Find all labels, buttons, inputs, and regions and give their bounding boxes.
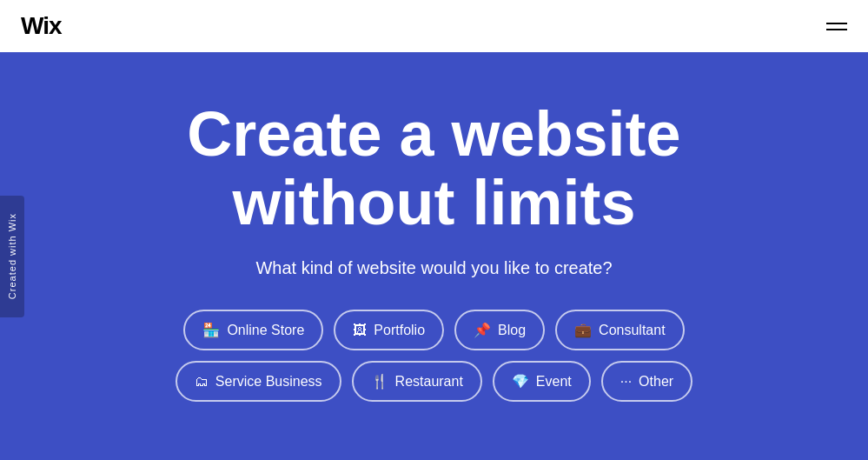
- portfolio-icon: 🖼: [353, 323, 367, 338]
- hamburger-menu-button[interactable]: [826, 23, 847, 30]
- event-label: Event: [536, 374, 572, 390]
- other-button[interactable]: ··· Other: [601, 361, 692, 402]
- wix-logo: Wix: [21, 12, 62, 40]
- other-icon: ···: [620, 374, 632, 390]
- other-label: Other: [639, 374, 673, 390]
- created-with-wix-label: Created with Wix: [7, 213, 17, 299]
- service-business-icon: 🗂: [195, 374, 209, 390]
- restaurant-icon: 🍴: [371, 373, 388, 390]
- hero-title: Create a website without limits: [87, 100, 782, 237]
- online-store-icon: 🏪: [202, 322, 220, 338]
- consultant-label: Consultant: [599, 323, 666, 338]
- online-store-label: Online Store: [227, 323, 304, 338]
- service-business-button[interactable]: 🗂 Service Business: [176, 361, 341, 402]
- hero-section: Created with Wix Create a website withou…: [0, 52, 868, 460]
- event-button[interactable]: 💎 Event: [493, 361, 591, 402]
- online-store-button[interactable]: 🏪 Online Store: [183, 310, 323, 350]
- portfolio-button[interactable]: 🖼 Portfolio: [334, 310, 444, 350]
- portfolio-label: Portfolio: [374, 323, 425, 338]
- menu-line-1: [826, 23, 847, 24]
- consultant-button[interactable]: 💼 Consultant: [555, 310, 685, 350]
- blog-label: Blog: [498, 323, 526, 338]
- service-business-label: Service Business: [215, 374, 322, 390]
- side-label-container: Created with Wix: [0, 196, 24, 317]
- restaurant-label: Restaurant: [395, 374, 463, 390]
- blog-icon: 📌: [474, 322, 491, 338]
- category-buttons-row1: 🏪 Online Store 🖼 Portfolio 📌 Blog 💼 Cons…: [183, 310, 684, 350]
- blog-button[interactable]: 📌 Blog: [454, 310, 545, 350]
- menu-line-2: [826, 29, 847, 30]
- category-buttons-row2: 🗂 Service Business 🍴 Restaurant 💎 Event …: [176, 361, 692, 402]
- restaurant-button[interactable]: 🍴 Restaurant: [352, 361, 482, 402]
- header: Wix: [0, 0, 868, 52]
- hero-subtitle: What kind of website would you like to c…: [255, 258, 612, 278]
- event-icon: 💎: [512, 373, 529, 390]
- consultant-icon: 💼: [574, 322, 592, 338]
